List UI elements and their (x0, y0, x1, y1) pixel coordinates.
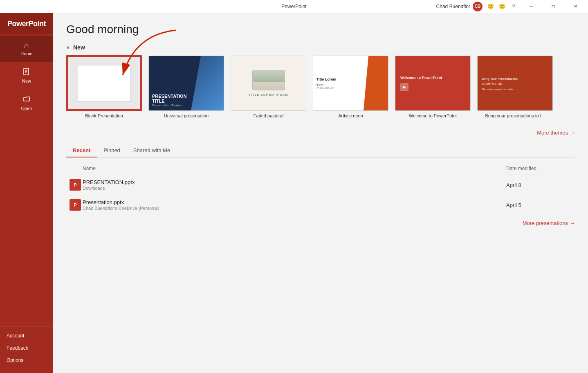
file-location-2: Chad Buenaflor's OneDrive (Personal) (83, 206, 506, 211)
template-universal-thumb: PRESENTATIONTITLE Presentation Tagline (148, 56, 224, 111)
tab-pinned[interactable]: Pinned (97, 144, 126, 157)
template-faded-label: Faded pastoral (254, 113, 283, 118)
sidebar-item-new[interactable]: New (0, 62, 53, 89)
minimize-button[interactable]: ─ (522, 0, 541, 13)
template-bring-label: Bring your presentations to l... (485, 113, 545, 118)
titlebar-right: Chad Buenaflor CB 🙂 🙁 ? ─ □ ✕ (436, 0, 585, 13)
app-body: PowerPoint ⌂ Home New (0, 13, 588, 373)
file-date-1: April 8 (506, 182, 572, 188)
sidebar-logo: PowerPoint (0, 13, 53, 34)
titlebar-username: Chad Buenaflor (436, 4, 470, 9)
section-toggle[interactable]: ∨ (66, 45, 70, 50)
files-header: Name Date modified (66, 164, 575, 175)
file-date-2: April 5 (506, 202, 572, 208)
template-welcome-label: Welcome to PowerPoint (409, 113, 457, 118)
template-neon[interactable]: Title Lorem Ipsum AT DOLOR MET Artistic … (313, 56, 388, 118)
sidebar-bottom: Account Feedback Options (0, 326, 53, 370)
tabs-row: Recent Pinned Shared with Me (66, 144, 575, 157)
sidebar-home-label: Home (20, 51, 32, 56)
template-faded[interactable]: TITLE LOREM IPSUM Faded pastoral (231, 56, 306, 118)
file-row-1[interactable]: P PRESENTATION.pptx Downloads April 8 (66, 175, 575, 195)
template-bring-thumb: Bring Your Presentationsto Life with 3D … (477, 56, 553, 111)
greeting: Good morning (66, 23, 575, 36)
more-presentations-arrow-icon: → (570, 220, 575, 226)
file-info-1: PRESENTATION.pptx Downloads (83, 179, 506, 191)
sidebar-options[interactable]: Options (0, 354, 53, 366)
file-name-1: PRESENTATION.pptx (83, 179, 506, 185)
pptx-icon-2: P (70, 199, 81, 211)
more-presentations-label: More presentations (523, 220, 568, 226)
file-row-2[interactable]: P Presentation.pptx Chad Buenaflor's One… (66, 195, 575, 215)
sidebar-open-label: Open (21, 106, 32, 111)
files-header-name: Name (83, 166, 506, 171)
sidebar: PowerPoint ⌂ Home New (0, 13, 53, 373)
file-location-1: Downloads (83, 186, 506, 191)
template-universal-label: Universal presentation (164, 113, 209, 118)
file-icon-wrap-2: P (70, 199, 83, 211)
blank-inner (78, 65, 131, 102)
sidebar-item-home[interactable]: ⌂ Home (0, 36, 53, 62)
templates-row: Blank Presentation PRESENTATIONTITLE Pre… (66, 56, 575, 118)
titlebar-user: Chad Buenaflor CB (436, 2, 483, 11)
new-icon (22, 67, 31, 77)
main-content: Good morning ∨ New Blank Presentation PR… (53, 13, 588, 373)
files-header-date: Date modified (506, 166, 572, 171)
sidebar-account[interactable]: Account (0, 330, 53, 342)
help-icon[interactable]: ? (509, 2, 518, 11)
section-header: ∨ New (66, 44, 575, 51)
emoji-negative-icon[interactable]: 🙁 (497, 2, 507, 11)
sidebar-item-open[interactable]: Open (0, 89, 53, 117)
template-neon-label: Artistic neon (338, 113, 363, 118)
template-welcome-thumb: Welcome to PowerPoint ▶ (395, 56, 471, 111)
maximize-button[interactable]: □ (544, 0, 563, 13)
template-faded-thumb: TITLE LOREM IPSUM (231, 56, 306, 111)
file-icon-wrap-1: P (70, 179, 83, 191)
template-universal[interactable]: PRESENTATIONTITLE Presentation Tagline U… (148, 56, 224, 118)
template-blank[interactable]: Blank Presentation (66, 56, 142, 118)
open-icon (22, 95, 31, 104)
section-title: New (73, 44, 85, 51)
home-icon: ⌂ (24, 41, 29, 49)
close-button[interactable]: ✕ (566, 0, 585, 13)
sidebar-feedback[interactable]: Feedback (0, 342, 53, 354)
emoji-positive-icon[interactable]: 🙂 (486, 2, 496, 11)
pptx-icon-1: P (70, 179, 81, 191)
titlebar-app-name: PowerPoint (281, 4, 306, 9)
template-welcome[interactable]: Welcome to PowerPoint ▶ Welcome to Power… (395, 56, 471, 118)
titlebar-icons: 🙂 🙁 ? (486, 2, 518, 11)
template-neon-thumb: Title Lorem Ipsum AT DOLOR MET (313, 56, 388, 111)
tab-shared[interactable]: Shared with Me (127, 144, 177, 157)
template-blank-label: Blank Presentation (85, 113, 123, 118)
user-avatar[interactable]: CB (473, 2, 483, 11)
more-themes-arrow-icon: → (570, 130, 575, 136)
more-themes-link[interactable]: More themes → (66, 130, 575, 136)
more-themes-label: More themes (537, 130, 568, 136)
tab-recent[interactable]: Recent (66, 144, 97, 157)
sidebar-new-label: New (22, 79, 31, 83)
titlebar: PowerPoint Chad Buenaflor CB 🙂 🙁 ? ─ □ ✕ (0, 0, 588, 13)
sidebar-nav: ⌂ Home New (0, 34, 53, 326)
more-presentations-link[interactable]: More presentations → (66, 220, 575, 226)
file-name-2: Presentation.pptx (83, 199, 506, 205)
file-info-2: Presentation.pptx Chad Buenaflor's OneDr… (83, 199, 506, 211)
template-bring[interactable]: Bring Your Presentationsto Life with 3D … (477, 56, 553, 118)
files-table: Name Date modified P PRESENTATION.pptx D… (66, 164, 575, 215)
template-blank-thumb (66, 56, 142, 111)
